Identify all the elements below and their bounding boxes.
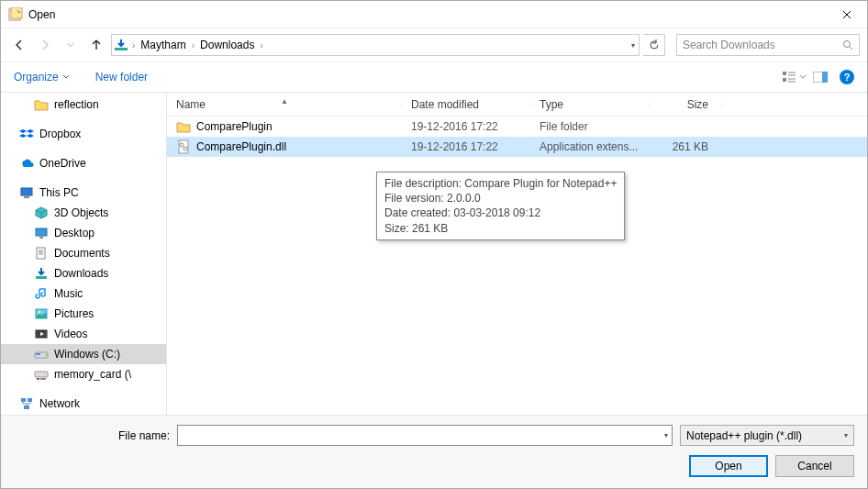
chevron-down-icon [62, 73, 70, 81]
tree-item-network[interactable]: Network [1, 394, 166, 414]
tree-item-onedrive[interactable]: OneDrive [1, 153, 166, 173]
cancel-button[interactable]: Cancel [775, 455, 854, 477]
sort-asc-icon: ▲ [281, 97, 288, 106]
svg-rect-22 [40, 378, 46, 380]
forward-button [34, 34, 56, 56]
svg-rect-5 [783, 78, 786, 82]
onedrive-icon [19, 156, 34, 171]
nav-bar: › Maytham › Downloads › ▾ Search Downloa… [1, 28, 867, 61]
dropbox-icon [19, 127, 34, 141]
pictures-icon [34, 306, 49, 321]
svg-rect-4 [783, 72, 786, 75]
window-title: Open [28, 8, 826, 21]
tree-item-pictures[interactable]: Pictures [1, 304, 166, 324]
svg-rect-8 [21, 188, 32, 195]
svg-rect-13 [36, 276, 47, 279]
column-headers: Name ▲ Date modified Type Size [167, 93, 867, 117]
search-placeholder: Search Downloads [683, 39, 775, 51]
back-button[interactable] [8, 34, 30, 56]
breadcrumb-segment[interactable]: Maytham [137, 35, 189, 55]
tree-item-3d-objects[interactable]: 3D Objects [1, 203, 166, 223]
this-pc-icon [19, 185, 34, 200]
svg-rect-24 [28, 398, 32, 402]
file-type-filter[interactable]: Notepad++ plugin (*.dll) ▾ [680, 425, 854, 446]
preview-pane-button[interactable] [808, 67, 832, 87]
title-bar: Open [1, 1, 867, 28]
chevron-right-icon: › [130, 40, 137, 50]
desktop-icon [34, 226, 49, 240]
open-dialog: Open › Maytham › Downloads › ▾ [0, 0, 868, 489]
downloads-icon [114, 38, 128, 52]
file-tooltip: File description: Compare Plugin for Not… [376, 172, 625, 240]
chevron-down-icon[interactable]: ▾ [664, 431, 668, 439]
svg-rect-23 [21, 398, 26, 402]
downloads-icon [34, 266, 49, 281]
drive-icon [34, 347, 49, 361]
tree-item-dropbox[interactable]: Dropbox [1, 124, 166, 144]
3d-objects-icon [34, 206, 49, 220]
tree-item-reflection[interactable]: reflection [1, 94, 166, 115]
column-name[interactable]: Name ▲ [167, 98, 402, 111]
documents-icon [34, 246, 49, 261]
svg-rect-7 [822, 72, 828, 83]
svg-rect-25 [24, 406, 29, 409]
svg-rect-21 [37, 378, 39, 380]
column-size[interactable]: Size [650, 98, 723, 111]
navigation-tree[interactable]: reflection Dropbox OneDrive This PC 3D O… [1, 93, 166, 415]
app-icon [8, 7, 23, 22]
svg-rect-2 [115, 48, 128, 50]
up-button[interactable] [85, 34, 107, 56]
chevron-down-icon: ▾ [844, 431, 848, 439]
svg-rect-20 [35, 372, 48, 377]
svg-rect-9 [24, 196, 29, 198]
command-bar: Organize New folder ? [1, 61, 867, 93]
column-date[interactable]: Date modified [402, 98, 530, 111]
column-type[interactable]: Type [530, 98, 650, 111]
svg-rect-18 [36, 353, 40, 355]
tree-item-videos[interactable]: Videos [1, 324, 166, 344]
music-icon [34, 286, 49, 301]
svg-rect-11 [39, 237, 43, 239]
videos-icon [34, 327, 49, 341]
breadcrumb-dropdown[interactable]: ▾ [631, 41, 635, 50]
refresh-button[interactable] [643, 34, 665, 56]
breadcrumb-segment[interactable]: Downloads [196, 35, 258, 55]
filename-label: File name: [14, 429, 170, 442]
breadcrumb-bar[interactable]: › Maytham › Downloads › ▾ [111, 34, 640, 56]
tree-item-music[interactable]: Music [1, 283, 166, 304]
content-area: reflection Dropbox OneDrive This PC 3D O… [1, 93, 867, 415]
dll-file-icon [176, 139, 191, 154]
tree-item-memory-card[interactable]: memory_card (\ [1, 364, 166, 384]
new-folder-button[interactable]: New folder [95, 71, 148, 83]
folder-icon [176, 119, 191, 134]
chevron-right-icon: › [258, 40, 264, 50]
file-list-pane: Name ▲ Date modified Type Size ComparePl… [167, 93, 867, 415]
tree-item-this-pc[interactable]: This PC [1, 183, 166, 203]
help-button[interactable]: ? [840, 70, 854, 84]
tree-item-documents[interactable]: Documents [1, 243, 166, 263]
svg-point-3 [844, 41, 851, 48]
dialog-footer: File name: ▾ Notepad++ plugin (*.dll) ▾ … [1, 415, 867, 488]
network-icon [19, 396, 34, 411]
tree-item-desktop[interactable]: Desktop [1, 223, 166, 243]
tree-item-drive-c[interactable]: Windows (C:) [1, 344, 166, 364]
svg-point-19 [45, 354, 47, 356]
recent-dropdown[interactable] [60, 34, 82, 56]
organize-menu[interactable]: Organize [14, 71, 70, 83]
svg-rect-10 [36, 228, 47, 236]
view-options-button[interactable] [783, 67, 807, 87]
close-button[interactable] [826, 1, 867, 28]
chevron-right-icon: › [190, 40, 196, 50]
open-button[interactable]: Open [689, 455, 768, 477]
search-input[interactable]: Search Downloads [676, 34, 860, 56]
filename-input[interactable]: ▾ [177, 425, 673, 446]
network-drive-icon [34, 367, 49, 382]
file-list[interactable]: ComparePlugin 19-12-2016 17:22 File fold… [167, 117, 867, 415]
folder-icon [34, 97, 49, 112]
tree-item-downloads[interactable]: Downloads [1, 263, 166, 283]
svg-point-15 [39, 311, 41, 314]
svg-rect-12 [37, 248, 45, 259]
search-icon [842, 39, 853, 50]
file-row-dll[interactable]: ComparePlugin.dll 19-12-2016 17:22 Appli… [167, 137, 867, 157]
file-row-folder[interactable]: ComparePlugin 19-12-2016 17:22 File fold… [167, 117, 867, 137]
